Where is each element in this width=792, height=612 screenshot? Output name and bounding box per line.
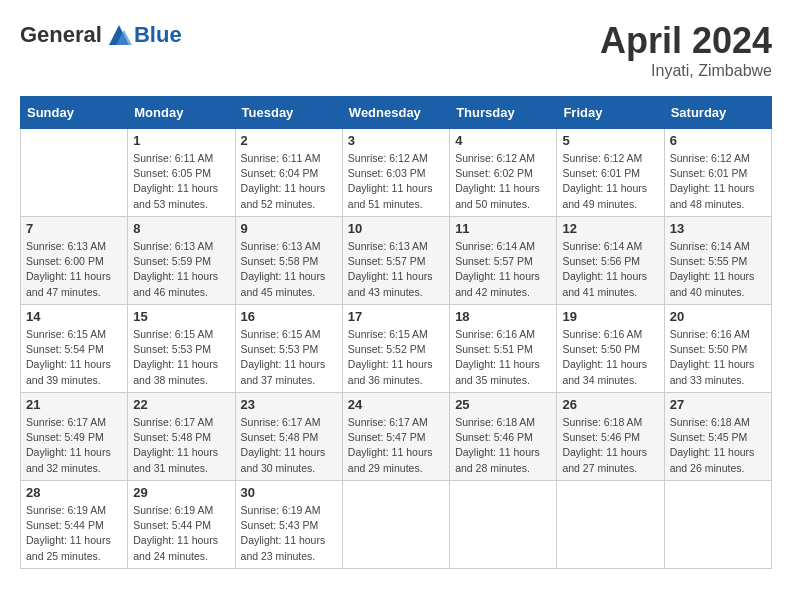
calendar-cell <box>21 129 128 217</box>
calendar-cell: 6Sunrise: 6:12 AM Sunset: 6:01 PM Daylig… <box>664 129 771 217</box>
calendar-week-row: 1Sunrise: 6:11 AM Sunset: 6:05 PM Daylig… <box>21 129 772 217</box>
calendar-cell: 12Sunrise: 6:14 AM Sunset: 5:56 PM Dayli… <box>557 217 664 305</box>
calendar-week-row: 28Sunrise: 6:19 AM Sunset: 5:44 PM Dayli… <box>21 481 772 569</box>
day-info: Sunrise: 6:12 AM Sunset: 6:01 PM Dayligh… <box>670 151 766 212</box>
day-number: 2 <box>241 133 337 148</box>
day-number: 13 <box>670 221 766 236</box>
day-number: 29 <box>133 485 229 500</box>
calendar-cell: 27Sunrise: 6:18 AM Sunset: 5:45 PM Dayli… <box>664 393 771 481</box>
day-info: Sunrise: 6:13 AM Sunset: 5:57 PM Dayligh… <box>348 239 444 300</box>
day-info: Sunrise: 6:19 AM Sunset: 5:43 PM Dayligh… <box>241 503 337 564</box>
page-header: General Blue April 2024 Inyati, Zimbabwe <box>20 20 772 80</box>
calendar-cell: 7Sunrise: 6:13 AM Sunset: 6:00 PM Daylig… <box>21 217 128 305</box>
calendar-cell: 17Sunrise: 6:15 AM Sunset: 5:52 PM Dayli… <box>342 305 449 393</box>
calendar-week-row: 7Sunrise: 6:13 AM Sunset: 6:00 PM Daylig… <box>21 217 772 305</box>
day-number: 20 <box>670 309 766 324</box>
day-number: 9 <box>241 221 337 236</box>
day-info: Sunrise: 6:14 AM Sunset: 5:55 PM Dayligh… <box>670 239 766 300</box>
calendar-cell <box>664 481 771 569</box>
day-number: 28 <box>26 485 122 500</box>
day-number: 27 <box>670 397 766 412</box>
day-info: Sunrise: 6:17 AM Sunset: 5:47 PM Dayligh… <box>348 415 444 476</box>
calendar-cell: 22Sunrise: 6:17 AM Sunset: 5:48 PM Dayli… <box>128 393 235 481</box>
day-info: Sunrise: 6:15 AM Sunset: 5:53 PM Dayligh… <box>133 327 229 388</box>
header-row: SundayMondayTuesdayWednesdayThursdayFrid… <box>21 97 772 129</box>
day-number: 18 <box>455 309 551 324</box>
day-number: 11 <box>455 221 551 236</box>
day-info: Sunrise: 6:17 AM Sunset: 5:48 PM Dayligh… <box>241 415 337 476</box>
calendar-cell: 15Sunrise: 6:15 AM Sunset: 5:53 PM Dayli… <box>128 305 235 393</box>
calendar-cell: 3Sunrise: 6:12 AM Sunset: 6:03 PM Daylig… <box>342 129 449 217</box>
day-number: 23 <box>241 397 337 412</box>
calendar-cell: 5Sunrise: 6:12 AM Sunset: 6:01 PM Daylig… <box>557 129 664 217</box>
day-number: 22 <box>133 397 229 412</box>
title-section: April 2024 Inyati, Zimbabwe <box>600 20 772 80</box>
calendar-cell: 24Sunrise: 6:17 AM Sunset: 5:47 PM Dayli… <box>342 393 449 481</box>
calendar-cell <box>557 481 664 569</box>
day-number: 30 <box>241 485 337 500</box>
day-number: 16 <box>241 309 337 324</box>
calendar-cell: 23Sunrise: 6:17 AM Sunset: 5:48 PM Dayli… <box>235 393 342 481</box>
calendar-cell: 29Sunrise: 6:19 AM Sunset: 5:44 PM Dayli… <box>128 481 235 569</box>
day-info: Sunrise: 6:18 AM Sunset: 5:46 PM Dayligh… <box>455 415 551 476</box>
calendar-cell: 1Sunrise: 6:11 AM Sunset: 6:05 PM Daylig… <box>128 129 235 217</box>
logo-general: General <box>20 22 102 48</box>
calendar-cell: 8Sunrise: 6:13 AM Sunset: 5:59 PM Daylig… <box>128 217 235 305</box>
day-info: Sunrise: 6:13 AM Sunset: 5:59 PM Dayligh… <box>133 239 229 300</box>
day-info: Sunrise: 6:14 AM Sunset: 5:56 PM Dayligh… <box>562 239 658 300</box>
calendar-cell: 20Sunrise: 6:16 AM Sunset: 5:50 PM Dayli… <box>664 305 771 393</box>
calendar-cell: 14Sunrise: 6:15 AM Sunset: 5:54 PM Dayli… <box>21 305 128 393</box>
calendar-cell: 21Sunrise: 6:17 AM Sunset: 5:49 PM Dayli… <box>21 393 128 481</box>
day-info: Sunrise: 6:17 AM Sunset: 5:49 PM Dayligh… <box>26 415 122 476</box>
day-info: Sunrise: 6:15 AM Sunset: 5:52 PM Dayligh… <box>348 327 444 388</box>
day-info: Sunrise: 6:11 AM Sunset: 6:04 PM Dayligh… <box>241 151 337 212</box>
day-info: Sunrise: 6:12 AM Sunset: 6:03 PM Dayligh… <box>348 151 444 212</box>
day-info: Sunrise: 6:16 AM Sunset: 5:50 PM Dayligh… <box>670 327 766 388</box>
day-number: 21 <box>26 397 122 412</box>
day-info: Sunrise: 6:19 AM Sunset: 5:44 PM Dayligh… <box>26 503 122 564</box>
calendar-cell: 18Sunrise: 6:16 AM Sunset: 5:51 PM Dayli… <box>450 305 557 393</box>
column-header-monday: Monday <box>128 97 235 129</box>
calendar-cell: 11Sunrise: 6:14 AM Sunset: 5:57 PM Dayli… <box>450 217 557 305</box>
calendar-cell: 26Sunrise: 6:18 AM Sunset: 5:46 PM Dayli… <box>557 393 664 481</box>
location: Inyati, Zimbabwe <box>600 62 772 80</box>
calendar-cell: 9Sunrise: 6:13 AM Sunset: 5:58 PM Daylig… <box>235 217 342 305</box>
day-info: Sunrise: 6:18 AM Sunset: 5:46 PM Dayligh… <box>562 415 658 476</box>
day-info: Sunrise: 6:19 AM Sunset: 5:44 PM Dayligh… <box>133 503 229 564</box>
column-header-friday: Friday <box>557 97 664 129</box>
calendar-cell: 19Sunrise: 6:16 AM Sunset: 5:50 PM Dayli… <box>557 305 664 393</box>
day-info: Sunrise: 6:12 AM Sunset: 6:02 PM Dayligh… <box>455 151 551 212</box>
column-header-tuesday: Tuesday <box>235 97 342 129</box>
column-header-sunday: Sunday <box>21 97 128 129</box>
calendar-cell: 2Sunrise: 6:11 AM Sunset: 6:04 PM Daylig… <box>235 129 342 217</box>
day-number: 5 <box>562 133 658 148</box>
day-info: Sunrise: 6:13 AM Sunset: 5:58 PM Dayligh… <box>241 239 337 300</box>
column-header-wednesday: Wednesday <box>342 97 449 129</box>
day-number: 24 <box>348 397 444 412</box>
calendar-cell: 16Sunrise: 6:15 AM Sunset: 5:53 PM Dayli… <box>235 305 342 393</box>
day-number: 17 <box>348 309 444 324</box>
calendar-week-row: 21Sunrise: 6:17 AM Sunset: 5:49 PM Dayli… <box>21 393 772 481</box>
day-number: 7 <box>26 221 122 236</box>
day-number: 26 <box>562 397 658 412</box>
day-number: 12 <box>562 221 658 236</box>
day-info: Sunrise: 6:16 AM Sunset: 5:50 PM Dayligh… <box>562 327 658 388</box>
day-info: Sunrise: 6:11 AM Sunset: 6:05 PM Dayligh… <box>133 151 229 212</box>
logo-icon <box>104 20 134 50</box>
calendar-cell <box>342 481 449 569</box>
day-number: 3 <box>348 133 444 148</box>
day-number: 10 <box>348 221 444 236</box>
day-number: 19 <box>562 309 658 324</box>
calendar-table: SundayMondayTuesdayWednesdayThursdayFrid… <box>20 96 772 569</box>
calendar-week-row: 14Sunrise: 6:15 AM Sunset: 5:54 PM Dayli… <box>21 305 772 393</box>
calendar-cell: 4Sunrise: 6:12 AM Sunset: 6:02 PM Daylig… <box>450 129 557 217</box>
day-number: 14 <box>26 309 122 324</box>
column-header-saturday: Saturday <box>664 97 771 129</box>
day-number: 25 <box>455 397 551 412</box>
day-info: Sunrise: 6:16 AM Sunset: 5:51 PM Dayligh… <box>455 327 551 388</box>
day-info: Sunrise: 6:13 AM Sunset: 6:00 PM Dayligh… <box>26 239 122 300</box>
day-number: 6 <box>670 133 766 148</box>
day-info: Sunrise: 6:15 AM Sunset: 5:53 PM Dayligh… <box>241 327 337 388</box>
day-number: 4 <box>455 133 551 148</box>
calendar-cell: 13Sunrise: 6:14 AM Sunset: 5:55 PM Dayli… <box>664 217 771 305</box>
